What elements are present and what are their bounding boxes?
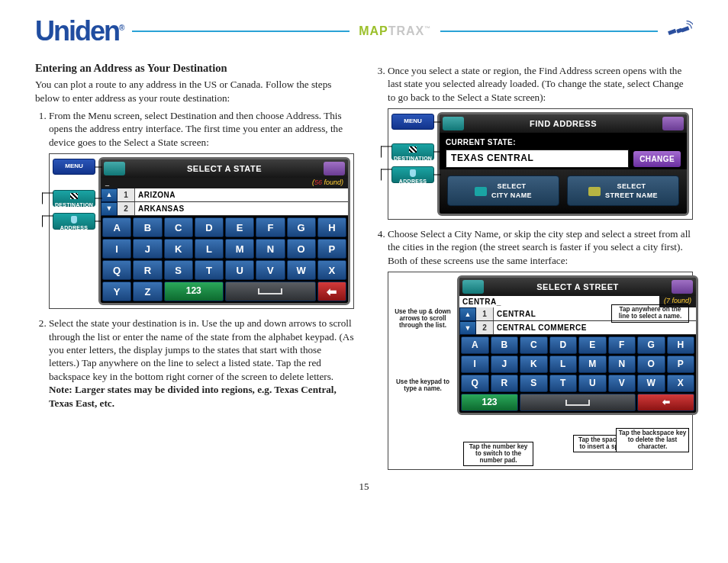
key-t[interactable]: T bbox=[549, 375, 578, 392]
brand-logo: Uniden® bbox=[35, 15, 123, 47]
key-g[interactable]: G bbox=[287, 217, 316, 237]
search-field[interactable]: _(56 found) bbox=[101, 178, 348, 188]
screen-title: SELECT A STREET bbox=[536, 282, 619, 293]
key-r[interactable]: R bbox=[133, 260, 162, 280]
address-tag[interactable]: ADDRESS bbox=[391, 166, 434, 183]
key-m[interactable]: M bbox=[578, 355, 607, 373]
key-n[interactable]: N bbox=[608, 355, 636, 373]
key-backspace[interactable]: ⬅ bbox=[317, 282, 346, 301]
address-tag[interactable]: ADDRESS bbox=[53, 213, 95, 230]
current-state-label: CURRENT STATE: bbox=[446, 137, 681, 147]
key-backspace[interactable]: ⬅ bbox=[637, 394, 694, 411]
list-item[interactable]: 1ARIZONA bbox=[118, 188, 348, 202]
product-logo: MAPTRAX™ bbox=[359, 24, 431, 38]
help-icon[interactable] bbox=[324, 162, 345, 175]
key-o[interactable]: O bbox=[287, 239, 316, 259]
key-f[interactable]: F bbox=[256, 217, 285, 237]
key-numeric[interactable]: 123 bbox=[461, 394, 518, 411]
key-u[interactable]: U bbox=[225, 260, 254, 280]
list-item[interactable]: 2CENTRAL COMMERCE bbox=[476, 321, 696, 335]
key-a[interactable]: A bbox=[461, 336, 489, 354]
key-j[interactable]: J bbox=[133, 239, 162, 259]
key-v[interactable]: V bbox=[608, 375, 636, 392]
key-w[interactable]: W bbox=[287, 260, 316, 280]
step-2: Select the state your destination is in.… bbox=[49, 317, 354, 410]
scroll-up-icon[interactable]: ▲ bbox=[459, 307, 476, 321]
key-p[interactable]: P bbox=[667, 355, 695, 373]
find-address-figure: MENU DESTINATION ADDRESS FIND ADDRESS CU… bbox=[388, 108, 693, 220]
key-k[interactable]: K bbox=[164, 239, 193, 259]
key-e[interactable]: E bbox=[578, 336, 607, 354]
key-b[interactable]: B bbox=[133, 217, 162, 237]
key-m[interactable]: M bbox=[225, 239, 254, 259]
back-icon[interactable] bbox=[443, 117, 464, 130]
help-icon[interactable] bbox=[672, 280, 693, 294]
key-f[interactable]: F bbox=[608, 336, 636, 354]
scroll-down-icon[interactable]: ▼ bbox=[459, 321, 476, 335]
menu-tag[interactable]: MENU bbox=[53, 159, 95, 175]
satellite-icon bbox=[667, 21, 693, 42]
key-l[interactable]: L bbox=[549, 355, 578, 373]
annotation-tapline: Tap anywhere on the line to select a nam… bbox=[611, 304, 689, 322]
back-icon[interactable] bbox=[104, 162, 125, 175]
key-x[interactable]: X bbox=[667, 375, 695, 392]
step-1: From the Menu screen, select Destination… bbox=[49, 109, 354, 309]
header-bar: Uniden® MAPTRAX™ bbox=[35, 15, 693, 47]
select-street-button[interactable]: SELECT STREET NAME bbox=[567, 175, 679, 206]
left-column: Entering an Address as Your Destination … bbox=[35, 61, 354, 475]
scroll-up-icon[interactable]: ▲ bbox=[101, 188, 118, 202]
list-item[interactable]: 2ARKANSAS bbox=[118, 202, 348, 216]
key-h[interactable]: H bbox=[667, 336, 695, 354]
key-h[interactable]: H bbox=[317, 217, 346, 237]
alpha-keypad: A B C D E F G H I J K L M bbox=[459, 335, 696, 413]
key-b[interactable]: B bbox=[491, 336, 519, 354]
key-n[interactable]: N bbox=[256, 239, 285, 259]
destination-tag[interactable]: DESTINATION bbox=[391, 143, 434, 160]
right-column: Once you select a state or region, the F… bbox=[374, 61, 693, 475]
key-p[interactable]: P bbox=[317, 239, 346, 259]
key-c[interactable]: C bbox=[520, 336, 548, 354]
key-k[interactable]: K bbox=[520, 355, 548, 373]
key-c[interactable]: C bbox=[164, 217, 193, 237]
key-t[interactable]: T bbox=[195, 260, 224, 280]
city-icon bbox=[475, 187, 487, 196]
device-find-address: FIND ADDRESS CURRENT STATE: TEXAS CENTRA… bbox=[437, 112, 689, 216]
key-d[interactable]: D bbox=[549, 336, 578, 354]
menu-tag[interactable]: MENU bbox=[391, 114, 434, 130]
key-space[interactable] bbox=[225, 282, 316, 301]
key-i[interactable]: I bbox=[102, 239, 131, 259]
help-icon[interactable] bbox=[662, 117, 684, 130]
key-r[interactable]: R bbox=[491, 375, 519, 392]
key-d[interactable]: D bbox=[195, 217, 224, 237]
street-icon bbox=[588, 187, 601, 196]
key-u[interactable]: U bbox=[578, 375, 607, 392]
change-button[interactable]: CHANGE bbox=[633, 151, 681, 167]
key-e[interactable]: E bbox=[225, 217, 254, 237]
key-s[interactable]: S bbox=[520, 375, 548, 392]
key-q[interactable]: Q bbox=[102, 260, 131, 280]
key-a[interactable]: A bbox=[102, 217, 131, 237]
key-q[interactable]: Q bbox=[461, 375, 489, 392]
svg-rect-0 bbox=[668, 29, 676, 35]
key-z[interactable]: Z bbox=[133, 282, 162, 301]
back-icon[interactable] bbox=[462, 280, 484, 294]
select-city-button[interactable]: SELECT CITY NAME bbox=[447, 175, 559, 206]
key-o[interactable]: O bbox=[637, 355, 665, 373]
key-l[interactable]: L bbox=[195, 239, 224, 259]
key-space[interactable] bbox=[520, 394, 636, 411]
key-x[interactable]: X bbox=[317, 260, 346, 280]
destination-tag[interactable]: DESTINATION bbox=[53, 190, 95, 207]
key-j[interactable]: J bbox=[491, 355, 519, 373]
key-y[interactable]: Y bbox=[102, 282, 131, 301]
annotation-keypad: Use the keypad to type a name. bbox=[390, 379, 456, 392]
scroll-down-icon[interactable]: ▼ bbox=[101, 202, 118, 216]
key-v[interactable]: V bbox=[256, 260, 285, 280]
key-g[interactable]: G bbox=[637, 336, 665, 354]
key-numeric[interactable]: 123 bbox=[164, 282, 224, 301]
key-i[interactable]: I bbox=[461, 355, 489, 373]
key-w[interactable]: W bbox=[637, 375, 665, 392]
annotation-backspace: Tap the backspace key to delete the last… bbox=[616, 428, 689, 452]
key-s[interactable]: S bbox=[164, 260, 193, 280]
step-4: Choose Select a City Name, or skip the c… bbox=[388, 227, 693, 470]
alpha-keypad: A B C D E F G H I J K L M bbox=[101, 216, 348, 303]
